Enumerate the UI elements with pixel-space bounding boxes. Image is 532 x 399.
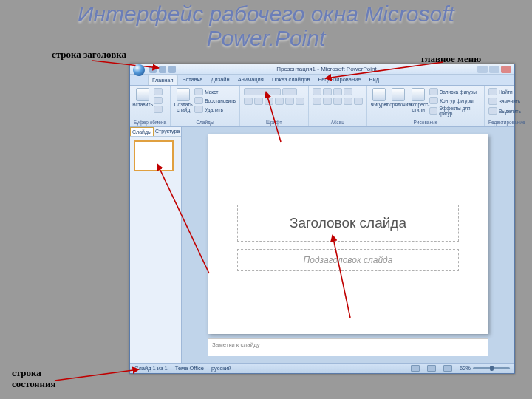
- normal-view-button[interactable]: [411, 365, 420, 372]
- status-bar: Слайд 1 из 1 Тема Office русский 62%: [130, 363, 514, 373]
- status-theme: Тема Office: [175, 365, 204, 372]
- strike-button[interactable]: [275, 98, 284, 105]
- italic-button[interactable]: [254, 98, 263, 105]
- minimize-button[interactable]: [477, 66, 488, 73]
- tab-insert[interactable]: Вставка: [179, 75, 207, 85]
- arrange-button[interactable]: Упорядочить: [389, 88, 407, 107]
- cut-icon[interactable]: [154, 88, 163, 95]
- zoom-slider[interactable]: [473, 367, 510, 369]
- slide-thumbnail[interactable]: [134, 140, 174, 171]
- group-clipboard: Вставить Буфер обмена: [130, 86, 171, 126]
- qat-undo-icon[interactable]: [159, 66, 166, 73]
- new-slide-icon: [177, 88, 190, 101]
- notes-pane[interactable]: Заметки к слайду: [208, 338, 488, 356]
- font-family-dropdown[interactable]: [244, 88, 281, 95]
- ann-titlebar: строка заголовка: [52, 50, 126, 61]
- new-slide-button[interactable]: Создать слайд: [174, 88, 192, 112]
- slide-editor: Заголовок слайда Подзаголовок слайда Зам…: [182, 127, 514, 363]
- paste-icon: [136, 88, 149, 101]
- status-lang: русский: [211, 365, 231, 372]
- quick-access-toolbar: [149, 66, 176, 73]
- maximize-button[interactable]: [489, 66, 499, 73]
- shape-effects-button[interactable]: Эффекты для фигур: [429, 106, 480, 116]
- ribbon: Вставить Буфер обмена Создать слайд Маке…: [130, 86, 514, 127]
- find-button[interactable]: Найти: [488, 88, 513, 95]
- ann-statusbar: строка состояния: [12, 368, 56, 390]
- quick-styles-icon: [412, 88, 425, 101]
- numbering-button[interactable]: [323, 88, 332, 95]
- columns-button[interactable]: [354, 98, 363, 105]
- titlebar: Презентация1 - Microsoft PowerPoint: [130, 64, 514, 75]
- font-color-button[interactable]: [296, 98, 304, 105]
- tab-animation[interactable]: Анимация: [234, 75, 267, 85]
- select-button[interactable]: Выделить: [488, 107, 521, 115]
- svg-line-5: [55, 369, 139, 381]
- align-left-button[interactable]: [313, 98, 321, 105]
- outline-tab[interactable]: Структура: [154, 127, 181, 136]
- format-painter-icon[interactable]: [154, 106, 163, 113]
- sorter-view-button[interactable]: [427, 365, 436, 372]
- outline-pane: Слайды Структура: [130, 127, 182, 363]
- workspace: Слайды Структура Заголовок слайда Подзаг…: [130, 127, 514, 363]
- tab-slideshow[interactable]: Показ слайдов: [268, 75, 314, 85]
- qat-redo-icon[interactable]: [168, 66, 176, 73]
- delete-button[interactable]: Удалить: [194, 106, 236, 113]
- group-paragraph: Абзац: [309, 86, 367, 126]
- tab-review[interactable]: Рецензирование: [315, 75, 365, 85]
- qat-save-icon[interactable]: [149, 66, 157, 73]
- subtitle-placeholder[interactable]: Подзаголовок слайда: [237, 249, 459, 271]
- title-placeholder[interactable]: Заголовок слайда: [237, 205, 459, 242]
- powerpoint-window: Презентация1 - Microsoft PowerPoint Глав…: [129, 64, 515, 374]
- tab-view[interactable]: Вид: [365, 75, 383, 85]
- group-font: Шрифт: [240, 86, 309, 126]
- tab-design[interactable]: Дизайн: [207, 75, 233, 85]
- arrange-icon: [392, 88, 405, 101]
- indent-dec-button[interactable]: [333, 88, 342, 95]
- shape-fill-button[interactable]: Заливка фигуры: [429, 88, 480, 95]
- close-button[interactable]: [501, 66, 511, 73]
- tab-home[interactable]: Главная: [148, 75, 178, 85]
- group-slides: Создать слайд Макет Восстановить Удалить…: [171, 86, 240, 126]
- office-button[interactable]: [133, 64, 145, 76]
- align-right-button[interactable]: [333, 98, 342, 105]
- window-controls: [477, 66, 511, 73]
- underline-button[interactable]: [265, 98, 273, 105]
- shadow-button[interactable]: [285, 98, 294, 105]
- replace-button[interactable]: Заменить: [488, 98, 520, 105]
- font-size-dropdown[interactable]: [282, 88, 297, 95]
- bullets-button[interactable]: [313, 88, 321, 95]
- shapes-icon: [372, 88, 386, 101]
- indent-inc-button[interactable]: [344, 88, 352, 95]
- window-title: Презентация1 - Microsoft PowerPoint: [176, 66, 477, 72]
- group-drawing: Фигуры Упорядочить Экспресс-стили Заливк…: [367, 86, 485, 126]
- page-title: Интерфейс рабочего окна Microsoft Power.…: [0, 0, 532, 50]
- reset-button[interactable]: Восстановить: [194, 97, 236, 104]
- slide-canvas[interactable]: Заголовок слайда Подзаголовок слайда: [208, 134, 488, 334]
- align-justify-button[interactable]: [344, 98, 352, 105]
- slides-tab[interactable]: Слайды: [130, 127, 154, 136]
- quick-styles-button[interactable]: Экспресс-стили: [409, 88, 427, 112]
- zoom-control[interactable]: 62%: [460, 365, 510, 372]
- shape-outline-button[interactable]: Контур фигуры: [429, 97, 480, 104]
- status-slide: Слайд 1 из 1: [134, 365, 168, 372]
- align-center-button[interactable]: [323, 98, 332, 105]
- group-editing: Найти Заменить Выделить Редактирование: [485, 86, 514, 126]
- copy-icon[interactable]: [154, 97, 163, 104]
- ribbon-tabs: Главная Вставка Дизайн Анимация Показ сл…: [130, 75, 514, 86]
- bold-button[interactable]: [244, 98, 253, 105]
- paste-button[interactable]: Вставить: [134, 88, 151, 107]
- layout-button[interactable]: Макет: [194, 88, 236, 95]
- slideshow-view-button[interactable]: [443, 365, 452, 372]
